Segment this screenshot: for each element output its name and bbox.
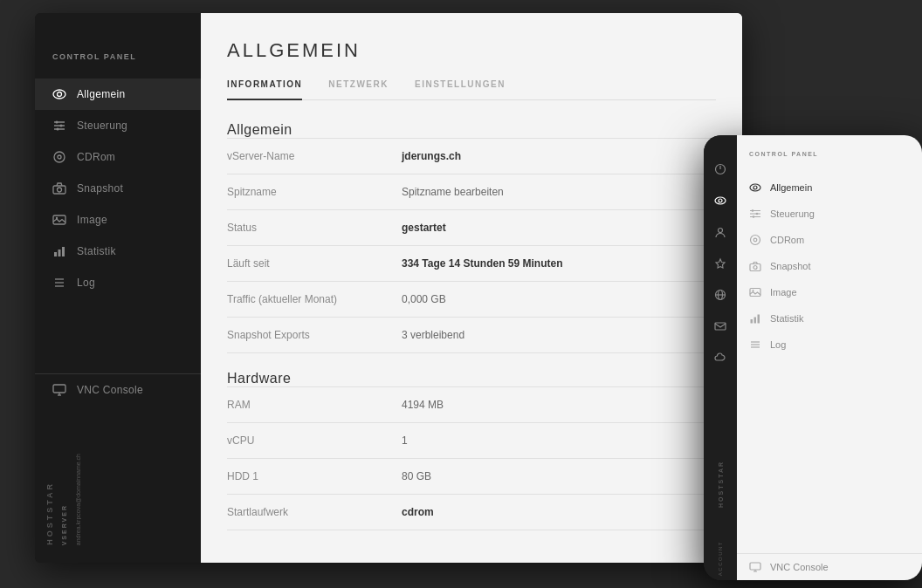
svg-point-34 bbox=[753, 186, 757, 189]
svg-point-41 bbox=[751, 236, 760, 245]
tablet-star-icon[interactable] bbox=[712, 256, 728, 271]
table-cell-label: vServer-Name bbox=[227, 139, 402, 174]
sidebar-item-steuerung[interactable]: Steuerung bbox=[35, 110, 201, 141]
tablet-monitor-nav-icon bbox=[749, 561, 761, 573]
table-cell-value: jderungs.ch bbox=[402, 139, 716, 174]
camera-icon bbox=[52, 181, 66, 195]
tablet-vnc-label: VNC Console bbox=[770, 562, 829, 572]
tablet-nav-steuerung[interactable]: Steuerung bbox=[737, 201, 922, 227]
allgemein-section: Allgemein vServer-Name jderungs.ch Spitz… bbox=[227, 122, 716, 353]
hardware-table: RAM 4194 MB vCPU 1 HDD 1 80 GB Startlauf… bbox=[227, 386, 716, 530]
svg-point-7 bbox=[57, 128, 59, 131]
tablet-nav-image[interactable]: Image bbox=[737, 279, 922, 305]
tablet-power-icon[interactable] bbox=[712, 161, 728, 177]
table-cell-value: 4194 MB bbox=[402, 387, 716, 423]
tablet-nav-image-label: Image bbox=[770, 287, 797, 297]
content-header: Allgemein Information Netzwerk Einstellu… bbox=[201, 13, 742, 100]
tablet-nav-cdrom[interactable]: CDRom bbox=[737, 227, 922, 253]
svg-rect-43 bbox=[750, 264, 760, 271]
svg-point-9 bbox=[58, 155, 61, 159]
tablet-panel-title: Control Panel bbox=[749, 151, 910, 157]
cdrom-icon bbox=[52, 150, 66, 164]
svg-rect-47 bbox=[751, 319, 753, 324]
table-row: vCPU 1 bbox=[227, 423, 716, 459]
svg-rect-15 bbox=[58, 250, 61, 256]
table-cell-label: Status bbox=[227, 210, 402, 246]
svg-point-44 bbox=[753, 266, 757, 270]
allgemein-table: vServer-Name jderungs.ch Spitzname Spitz… bbox=[227, 138, 716, 353]
tablet-eye-nav-icon bbox=[749, 181, 761, 194]
table-row: Spitzname Spitzname bearbeiten bbox=[227, 174, 716, 210]
tablet-nav-allgemein[interactable]: Allgemein bbox=[737, 174, 922, 201]
monitor-icon bbox=[52, 383, 66, 397]
tab-einstellungen[interactable]: Einstellungen bbox=[415, 79, 506, 99]
tablet-nav-log[interactable]: Log bbox=[737, 332, 922, 358]
tablet-list-nav-icon bbox=[749, 338, 761, 351]
svg-point-26 bbox=[719, 199, 722, 202]
username-brand: andrea.krpcova@domainname.ch bbox=[75, 454, 81, 545]
tablet-mail-icon[interactable] bbox=[712, 318, 728, 334]
tablet-eye-icon[interactable] bbox=[712, 193, 728, 209]
table-row: Traffic (aktueller Monat) 0,000 GB bbox=[227, 282, 716, 318]
tablet-nav-statistik-label: Statistik bbox=[770, 313, 804, 324]
tablet-cdrom-nav-icon bbox=[749, 234, 761, 246]
svg-point-0 bbox=[53, 90, 65, 99]
tablet-nav-steuerung-label: Steuerung bbox=[770, 209, 815, 219]
tablet-person-icon[interactable] bbox=[712, 224, 728, 240]
table-row: Snapshot Exports 3 verbleibend bbox=[227, 318, 716, 353]
svg-rect-20 bbox=[53, 385, 65, 393]
tablet-vnc-console[interactable]: VNC Console bbox=[737, 553, 922, 580]
svg-point-6 bbox=[60, 125, 63, 127]
allgemein-section-title: Allgemein bbox=[227, 122, 716, 138]
sidebar-item-snapshot[interactable]: Snapshot bbox=[35, 173, 201, 204]
tablet-nav-log-label: Log bbox=[770, 339, 786, 350]
tablet-icon-bar: HOSTSTAR ACCOUNT bbox=[704, 135, 737, 580]
table-row: vServer-Name jderungs.ch bbox=[227, 139, 716, 174]
sidebar-header: Control Panel bbox=[35, 52, 201, 79]
svg-point-11 bbox=[58, 188, 62, 192]
table-row: Startlaufwerk cdrom bbox=[227, 495, 716, 530]
sidebar-item-image[interactable]: Image bbox=[35, 204, 201, 236]
svg-rect-32 bbox=[715, 323, 726, 330]
svg-point-38 bbox=[752, 209, 754, 212]
sidebar-item-allgemein[interactable]: Allgemein bbox=[35, 79, 201, 110]
table-cell-label: RAM bbox=[227, 387, 402, 423]
content-body: Allgemein vServer-Name jderungs.ch Spitz… bbox=[201, 100, 742, 563]
tablet-overlay: HOSTSTAR ACCOUNT Control Panel Allgemein bbox=[704, 135, 922, 580]
tablet-globe-icon[interactable] bbox=[712, 287, 728, 303]
tablet-nav-allgemein-label: Allgemein bbox=[770, 182, 812, 193]
sidebar-item-statistik[interactable]: Statistik bbox=[35, 236, 201, 267]
sidebar-item-cdrom[interactable]: CDRom bbox=[35, 141, 201, 173]
tablet-cloud-icon[interactable] bbox=[712, 350, 728, 366]
tablet-nav-statistik[interactable]: Statistik bbox=[737, 305, 922, 332]
sidebar-item-image-label: Image bbox=[77, 214, 107, 226]
table-cell-label: Spitzname bbox=[227, 174, 402, 210]
hardware-section: Hardware RAM 4194 MB vCPU 1 HDD 1 80 GB bbox=[227, 371, 716, 530]
sidebar-item-vnc-console[interactable]: VNC Console bbox=[35, 373, 201, 406]
main-window: Control Panel Allgemein bbox=[35, 13, 742, 563]
sidebar-item-steuerung-label: Steuerung bbox=[77, 120, 127, 132]
svg-point-39 bbox=[756, 213, 759, 215]
tablet-nav-snapshot[interactable]: Snapshot bbox=[737, 253, 922, 279]
sidebar-item-cdrom-label: CDRom bbox=[77, 151, 115, 163]
tab-information[interactable]: Information bbox=[227, 79, 302, 99]
hoststar-brand: HOSTSTAR bbox=[45, 482, 54, 545]
tab-netzwerk[interactable]: Netzwerk bbox=[328, 79, 389, 99]
table-row: Läuft seit 334 Tage 14 Stunden 59 Minute… bbox=[227, 246, 716, 282]
table-cell-value: gestartet bbox=[402, 210, 716, 246]
image-icon bbox=[52, 213, 66, 227]
table-cell-value: 80 GB bbox=[402, 459, 716, 495]
svg-point-1 bbox=[58, 92, 62, 97]
sidebar-item-log[interactable]: Log bbox=[35, 267, 201, 298]
table-cell-value: 334 Tage 14 Stunden 59 Minuten bbox=[402, 246, 716, 282]
hardware-section-title: Hardware bbox=[227, 371, 716, 386]
tablet-nav-snapshot-label: Snapshot bbox=[770, 261, 810, 271]
main-content: Allgemein Information Netzwerk Einstellu… bbox=[201, 13, 742, 563]
tablet-panel-header: Control Panel bbox=[737, 135, 922, 174]
table-row: RAM 4194 MB bbox=[227, 387, 716, 423]
eye-icon bbox=[52, 87, 66, 101]
svg-point-8 bbox=[54, 152, 65, 162]
tablet-account-label: ACCOUNT bbox=[718, 541, 723, 576]
sidebar-item-snapshot-label: Snapshot bbox=[77, 182, 123, 195]
table-cell-label: Traffic (aktueller Monat) bbox=[227, 282, 402, 318]
